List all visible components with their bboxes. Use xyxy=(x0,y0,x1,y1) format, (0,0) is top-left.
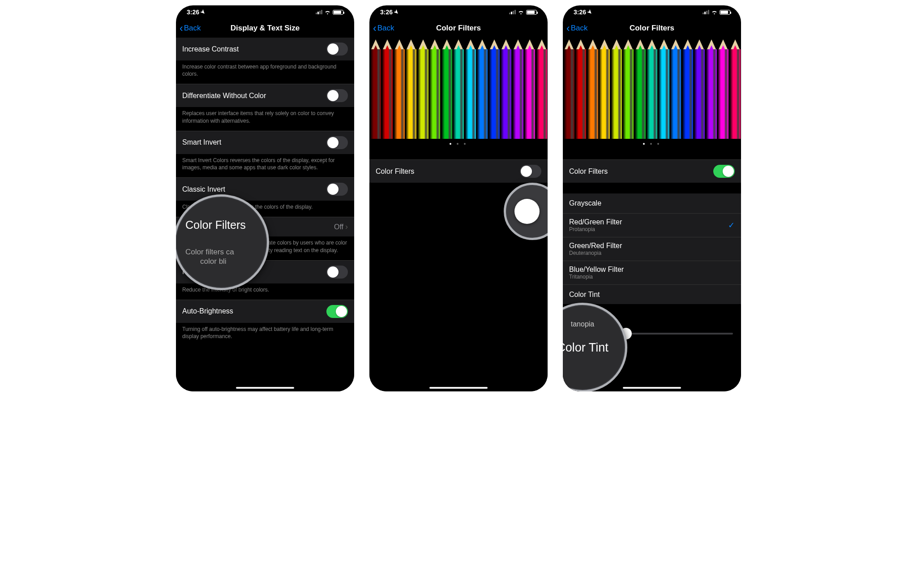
row-smart-invert[interactable]: Smart Invert xyxy=(176,131,354,154)
mag-sub: Color filters ca color bli xyxy=(185,248,234,266)
status-bar: 3:26 ➤ xyxy=(369,5,548,19)
back-label: Back xyxy=(571,24,588,33)
filter-label: Grayscale xyxy=(569,199,601,207)
color-filters-value: Off xyxy=(334,223,343,231)
classic-invert-toggle[interactable] xyxy=(326,183,348,196)
cell-signal-icon xyxy=(703,10,709,14)
back-button[interactable]: ‹ Back xyxy=(180,22,201,34)
page-dots[interactable]: ● ● ● xyxy=(369,139,548,149)
battery-icon xyxy=(333,10,343,15)
reduce-white-toggle[interactable] xyxy=(326,266,348,279)
pencil xyxy=(575,39,587,139)
status-time: 3:26 xyxy=(380,9,393,16)
screen-color-filters-off: 3:26 ➤ ‹ Back Color Filters ● ● ● Color … xyxy=(369,5,548,391)
color-filters-toggle-label: Color Filters xyxy=(569,167,713,176)
filter-label: Color Tint xyxy=(569,291,600,299)
increase-contrast-toggle[interactable] xyxy=(326,43,348,56)
status-time: 3:26 xyxy=(574,9,586,16)
filter-sublabel: Protanopia xyxy=(569,226,622,232)
nav-bar: ‹ Back Color Filters xyxy=(563,19,741,38)
pencil xyxy=(599,39,611,139)
diff-no-color-toggle[interactable] xyxy=(326,89,348,102)
mag-title: Color Filters xyxy=(185,219,246,232)
home-indicator[interactable] xyxy=(429,387,488,389)
pencil xyxy=(464,39,476,139)
pencil xyxy=(453,39,465,139)
nav-title: Color Filters xyxy=(563,24,741,33)
filter-row-red-green-filter[interactable]: Red/Green FilterProtanopia✓ xyxy=(563,213,741,237)
pencil xyxy=(705,39,717,139)
mag3-sup: tanopia xyxy=(571,320,595,328)
filter-row-green-red-filter[interactable]: Green/Red FilterDeuteranopia xyxy=(563,237,741,261)
pencil xyxy=(681,39,694,139)
smart-invert-toggle[interactable] xyxy=(326,136,348,149)
pencil xyxy=(563,39,575,139)
filter-row-color-tint[interactable]: Color Tint xyxy=(563,284,741,304)
chevron-left-icon: ‹ xyxy=(180,22,183,34)
back-button[interactable]: ‹ Back xyxy=(373,22,394,34)
pencil xyxy=(670,39,682,139)
status-time: 3:26 xyxy=(187,9,199,16)
magnifier-toggle-off xyxy=(504,183,548,240)
pencil xyxy=(381,39,394,139)
filters-list: GrayscaleRed/Green FilterProtanopia✓Gree… xyxy=(563,193,741,304)
back-button[interactable]: ‹ Back xyxy=(566,22,587,34)
filter-sublabel: Tritanopia xyxy=(569,274,624,280)
color-filters-toggle[interactable] xyxy=(520,165,541,178)
pencil xyxy=(429,39,441,139)
filter-label: Red/Green Filter xyxy=(569,218,622,226)
pencil xyxy=(488,39,500,139)
diff-no-color-desc: Replaces user interface items that rely … xyxy=(176,107,354,130)
classic-invert-label: Classic Invert xyxy=(182,185,326,193)
screen-display-text-size: 3:26 ➤ ‹ Back Display & Text Size Increa… xyxy=(176,5,354,391)
wifi-icon xyxy=(518,10,524,15)
page-dots[interactable]: ● ● ● xyxy=(563,139,741,149)
chevron-left-icon: ‹ xyxy=(566,22,570,34)
row-increase-contrast[interactable]: Increase Contrast xyxy=(176,38,354,60)
pencil xyxy=(405,39,417,139)
smart-invert-label: Smart Invert xyxy=(182,138,326,146)
smart-invert-desc: Smart Invert Colors reverses the colors … xyxy=(176,154,354,177)
pencil xyxy=(729,39,741,139)
increase-contrast-label: Increase Contrast xyxy=(182,45,326,53)
location-icon: ➤ xyxy=(199,9,207,16)
pencil xyxy=(622,39,634,139)
home-indicator[interactable] xyxy=(236,387,294,389)
auto-brightness-label: Auto-Brightness xyxy=(182,307,326,315)
back-label: Back xyxy=(184,24,201,33)
pencil-preview[interactable] xyxy=(563,38,741,139)
row-color-filters-toggle[interactable]: Color Filters xyxy=(369,159,548,183)
filter-row-blue-yellow-filter[interactable]: Blue/Yellow FilterTritanopia xyxy=(563,261,741,284)
cell-signal-icon xyxy=(316,10,322,14)
checkmark-icon: ✓ xyxy=(728,220,735,230)
status-bar: 3:26 ➤ xyxy=(563,5,741,19)
mag3-big: Color Tint xyxy=(563,341,608,355)
home-indicator[interactable] xyxy=(623,387,681,389)
filters-body[interactable]: ● ● ● Color Filters GrayscaleRed/Green F… xyxy=(563,38,741,391)
color-filters-toggle[interactable] xyxy=(713,165,735,178)
auto-brightness-desc: Turning off auto-brightness may affect b… xyxy=(176,323,354,346)
battery-icon xyxy=(720,10,730,15)
wifi-icon xyxy=(711,10,718,15)
row-auto-brightness[interactable]: Auto-Brightness xyxy=(176,300,354,323)
pencil xyxy=(646,39,658,139)
pencil xyxy=(417,39,429,139)
auto-brightness-toggle[interactable] xyxy=(326,305,348,318)
location-icon: ➤ xyxy=(393,9,400,16)
filter-label: Blue/Yellow Filter xyxy=(569,266,624,274)
filter-row-grayscale[interactable]: Grayscale xyxy=(563,193,741,213)
pencil-preview[interactable] xyxy=(369,38,548,139)
pencil xyxy=(610,39,622,139)
color-filters-toggle-label: Color Filters xyxy=(376,167,520,176)
row-color-filters-toggle[interactable]: Color Filters xyxy=(563,159,741,183)
pencil xyxy=(500,39,512,139)
pencil xyxy=(694,39,706,139)
pencil xyxy=(717,39,729,139)
filters-body[interactable]: ● ● ● Color Filters xyxy=(369,38,548,391)
increase-contrast-desc: Increase color contrast between app fore… xyxy=(176,60,354,84)
location-icon: ➤ xyxy=(586,9,594,16)
chevron-right-icon: › xyxy=(345,222,348,232)
pencil xyxy=(441,39,453,139)
row-diff-no-color[interactable]: Differentiate Without Color xyxy=(176,84,354,107)
row-classic-invert[interactable]: Classic Invert xyxy=(176,177,354,201)
